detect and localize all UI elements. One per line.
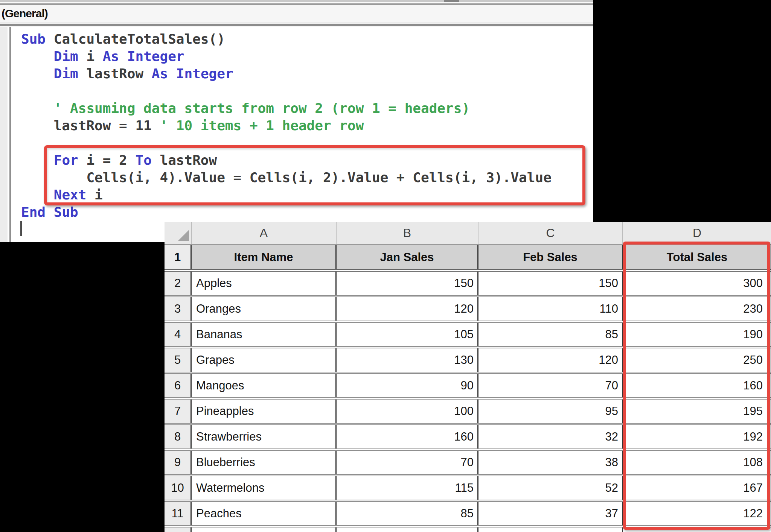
code-line: lastRow = 11 ' 10 items + 1 header row <box>21 117 552 134</box>
code-line: Dim i As Integer <box>21 48 552 65</box>
row-number-partial <box>165 527 192 532</box>
cell-item-name[interactable]: Oranges <box>192 297 337 321</box>
column-letter-row: ABCD <box>165 222 771 245</box>
cell-jan-sales[interactable]: 150 <box>337 272 478 295</box>
column-letter-d[interactable]: D <box>623 222 771 244</box>
header-cell-jan-sales[interactable]: Jan Sales <box>337 245 478 269</box>
excel-grid: ABCD 1 Item NameJan SalesFeb SalesTotal … <box>165 222 771 532</box>
sheet-row-7: 7Pineapples10095195 <box>165 400 771 425</box>
code-line <box>21 134 552 152</box>
sheet-row-4: 4Bananas10585190 <box>165 323 771 348</box>
cell-item-name[interactable]: Apples <box>192 272 337 295</box>
code-text: Sub CalculateTotalSales() Dim i As Integ… <box>21 30 552 221</box>
column-letter-c[interactable]: C <box>478 222 623 244</box>
cell-feb-sales[interactable]: 110 <box>478 297 623 321</box>
cell-jan-sales[interactable]: 115 <box>337 476 478 500</box>
cell-total-sales[interactable]: 122 <box>623 502 771 525</box>
row-number-6[interactable]: 6 <box>165 374 192 397</box>
cell-jan-sales[interactable]: 85 <box>337 502 478 525</box>
cell-feb-sales[interactable]: 32 <box>478 425 623 448</box>
code-line: ' Assuming data starts from row 2 (row 1… <box>21 100 552 117</box>
row-number-2[interactable]: 2 <box>165 272 192 295</box>
code-line: For i = 2 To lastRow <box>21 152 552 169</box>
header-cell-feb-sales[interactable]: Feb Sales <box>478 245 623 269</box>
cell-total-sales[interactable]: 108 <box>623 451 771 474</box>
sheet-row-5: 5Grapes130120250 <box>165 348 771 374</box>
row-number-11[interactable]: 11 <box>165 502 192 525</box>
row-number-9[interactable]: 9 <box>165 451 192 474</box>
cell-total-sales[interactable]: 230 <box>623 297 771 321</box>
cell-item-name[interactable]: Mangoes <box>192 374 337 397</box>
cell-feb-sales[interactable]: 85 <box>478 323 623 346</box>
code-line: Cells(i, 4).Value = Cells(i, 2).Value + … <box>21 169 552 186</box>
cell-feb-sales[interactable]: 95 <box>478 400 623 423</box>
cell-total-sales[interactable]: 190 <box>623 323 771 346</box>
cell-jan-sales[interactable]: 160 <box>337 425 478 448</box>
vba-editor-window: (General) Sub CalculateTotalSales() Dim … <box>0 0 593 242</box>
row-number-1[interactable]: 1 <box>165 245 192 269</box>
code-line: Sub CalculateTotalSales() <box>21 30 552 48</box>
row-number-4[interactable]: 4 <box>165 323 192 346</box>
cell-jan-sales[interactable]: 90 <box>337 374 478 397</box>
vba-toolbar: (General) <box>0 5 593 23</box>
header-row: 1 Item NameJan SalesFeb SalesTotal Sales <box>165 245 771 272</box>
header-cell-item-name[interactable]: Item Name <box>192 245 337 269</box>
row-number-3[interactable]: 3 <box>165 297 192 321</box>
margin-border-line <box>9 27 11 242</box>
cell-item-name[interactable]: Watermelons <box>192 476 337 500</box>
cell-total-sales[interactable]: 167 <box>623 476 771 500</box>
sheet-row-10: 10Watermelons11552167 <box>165 476 771 502</box>
partial-row-12 <box>165 527 771 532</box>
row-number-7[interactable]: 7 <box>165 400 192 423</box>
cell-feb-sales[interactable]: 150 <box>478 272 623 295</box>
sheet-row-6: 6Mangoes9070160 <box>165 374 771 400</box>
row-number-5[interactable]: 5 <box>165 348 192 372</box>
cell-jan-sales[interactable]: 105 <box>337 323 478 346</box>
row-number-8[interactable]: 8 <box>165 425 192 448</box>
cell-total-sales[interactable]: 300 <box>623 272 771 295</box>
text-cursor <box>20 221 22 236</box>
sheet-row-9: 9Blueberries7038108 <box>165 451 771 476</box>
cell-item-name[interactable]: Grapes <box>192 348 337 372</box>
sheet-row-11: 11Peaches8537122 <box>165 502 771 527</box>
cell-item-name[interactable]: Bananas <box>192 323 337 346</box>
toolbar-divider <box>0 23 593 26</box>
code-line <box>21 82 552 100</box>
sheet-row-8: 8Strawberries16032192 <box>165 425 771 451</box>
cell-total-sales[interactable]: 250 <box>623 348 771 372</box>
select-all-corner[interactable] <box>165 222 192 244</box>
sheet-row-2: 2Apples150150300 <box>165 272 771 297</box>
cell-feb-sales[interactable]: 37 <box>478 502 623 525</box>
cell-item-name[interactable]: Peaches <box>192 502 337 525</box>
margin-indicator-bar <box>0 27 8 242</box>
cell-jan-sales[interactable]: 120 <box>337 297 478 321</box>
code-line: End Sub <box>21 204 552 221</box>
cell-total-sales[interactable]: 160 <box>623 374 771 397</box>
cell-jan-sales[interactable]: 100 <box>337 400 478 423</box>
column-letter-b[interactable]: B <box>337 222 478 244</box>
column-letter-a[interactable]: A <box>192 222 337 244</box>
cell-feb-sales[interactable]: 38 <box>478 451 623 474</box>
cell-total-sales[interactable]: 192 <box>623 425 771 448</box>
cell-jan-sales[interactable]: 70 <box>337 451 478 474</box>
cell-feb-sales[interactable]: 52 <box>478 476 623 500</box>
window-top-edge <box>0 0 593 2</box>
screenshot-root: { "window": { "toolbar": { "object_dropd… <box>0 0 771 532</box>
cell-item-name[interactable]: Strawberries <box>192 425 337 448</box>
scrollbar-thumb-fragment <box>444 0 459 2</box>
object-dropdown[interactable]: (General) <box>2 7 48 20</box>
row-number-10[interactable]: 10 <box>165 476 192 500</box>
cell-total-sales[interactable]: 195 <box>623 400 771 423</box>
code-line: Next i <box>21 186 552 204</box>
code-line: Dim lastRow As Integer <box>21 65 552 82</box>
code-editor[interactable]: Sub CalculateTotalSales() Dim i As Integ… <box>0 27 593 242</box>
cell-item-name[interactable]: Blueberries <box>192 451 337 474</box>
sheet-row-3: 3Oranges120110230 <box>165 297 771 323</box>
cell-feb-sales[interactable]: 120 <box>478 348 623 372</box>
select-all-triangle-icon <box>178 230 189 241</box>
header-cell-total-sales[interactable]: Total Sales <box>623 245 771 269</box>
cell-feb-sales[interactable]: 70 <box>478 374 623 397</box>
cell-jan-sales[interactable]: 130 <box>337 348 478 372</box>
cell-item-name[interactable]: Pineapples <box>192 400 337 423</box>
